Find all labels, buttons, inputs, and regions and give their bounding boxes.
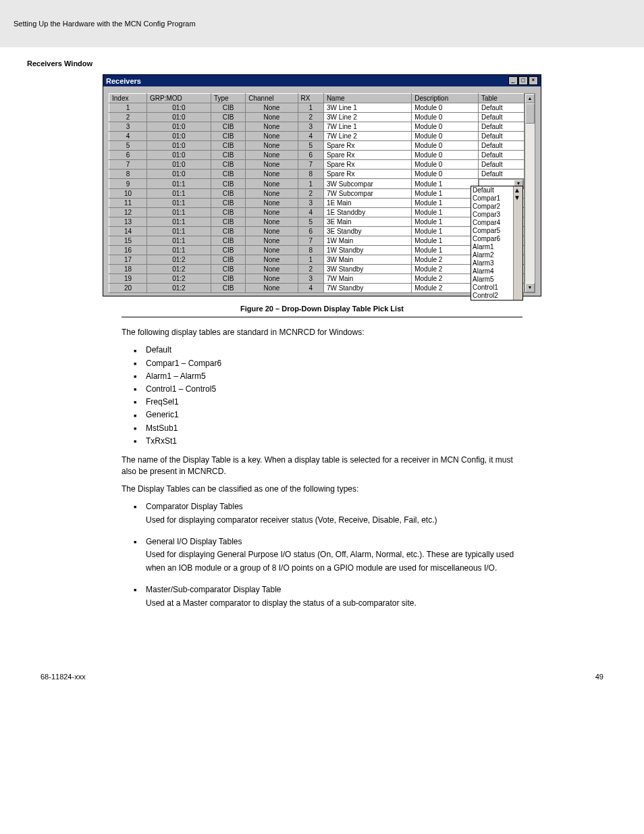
cell-channel[interactable]: None bbox=[246, 103, 298, 113]
cell-description[interactable]: Module 1 bbox=[412, 208, 479, 217]
cell-rx[interactable]: 1 bbox=[298, 255, 323, 265]
minimize-button[interactable]: _ bbox=[508, 76, 518, 85]
cell-description[interactable]: Module 2 bbox=[412, 265, 479, 274]
dropdown-scroll-up[interactable]: ▲ bbox=[514, 186, 522, 194]
dropdown-option[interactable]: Compar3 bbox=[471, 211, 513, 219]
cell-type[interactable]: CIB bbox=[211, 236, 245, 246]
table-row[interactable]: 1901:2CIBNone37W MainModule 2 bbox=[109, 274, 525, 284]
cell-grpmod[interactable]: 01:1 bbox=[146, 236, 211, 246]
dropdown-option[interactable]: Control2 bbox=[471, 292, 513, 300]
cell-name[interactable]: 3E Standby bbox=[323, 227, 411, 236]
cell-channel[interactable]: None bbox=[246, 151, 298, 160]
cell-channel[interactable]: None bbox=[246, 141, 298, 151]
cell-rx[interactable]: 4 bbox=[298, 208, 323, 217]
cell-rx[interactable]: 4 bbox=[298, 132, 323, 141]
cell-index[interactable]: 6 bbox=[109, 151, 147, 160]
cell-rx[interactable]: 5 bbox=[298, 141, 323, 151]
dropdown-option[interactable]: Alarm4 bbox=[471, 267, 513, 276]
cell-description[interactable]: Module 1 bbox=[412, 189, 479, 199]
cell-channel[interactable]: None bbox=[246, 179, 298, 189]
cell-index[interactable]: 11 bbox=[109, 199, 147, 208]
cell-grpmod[interactable]: 01:2 bbox=[146, 255, 211, 265]
table-row[interactable]: 501:0CIBNone5Spare RxModule 0Default bbox=[109, 141, 525, 151]
cell-name[interactable]: Spare Rx bbox=[323, 151, 411, 160]
col-header[interactable]: Channel bbox=[246, 94, 298, 103]
cell-rx[interactable]: 7 bbox=[298, 160, 323, 170]
cell-grpmod[interactable]: 01:0 bbox=[146, 151, 211, 160]
table-row[interactable]: 301:0CIBNone37W Line 1Module 0Default bbox=[109, 122, 525, 132]
cell-index[interactable]: 4 bbox=[109, 132, 147, 141]
cell-channel[interactable]: None bbox=[246, 246, 298, 255]
grid-scrollbar[interactable]: ▲ ▼ bbox=[525, 93, 535, 293]
cell-description[interactable]: Module 0 bbox=[412, 170, 479, 179]
table-row[interactable]: 2001:2CIBNone47W StandbyModule 2 bbox=[109, 284, 525, 293]
cell-grpmod[interactable]: 01:1 bbox=[146, 227, 211, 236]
dropdown-option[interactable]: Default bbox=[471, 186, 513, 194]
table-row[interactable]: 1801:2CIBNone23W StandbyModule 2 bbox=[109, 265, 525, 274]
dropdown-option[interactable]: Alarm2 bbox=[471, 251, 513, 259]
cell-type[interactable]: CIB bbox=[211, 113, 245, 122]
cell-description[interactable]: Module 2 bbox=[412, 284, 479, 293]
cell-type[interactable]: CIB bbox=[211, 208, 245, 217]
cell-channel[interactable]: None bbox=[246, 265, 298, 274]
cell-grpmod[interactable]: 01:1 bbox=[146, 199, 211, 208]
col-header[interactable]: GRP:MOD bbox=[146, 94, 211, 103]
cell-rx[interactable]: 2 bbox=[298, 265, 323, 274]
cell-channel[interactable]: None bbox=[246, 160, 298, 170]
cell-description[interactable]: Module 0 bbox=[412, 151, 479, 160]
cell-type[interactable]: CIB bbox=[211, 160, 245, 170]
cell-grpmod[interactable]: 01:2 bbox=[146, 265, 211, 274]
cell-channel[interactable]: None bbox=[246, 227, 298, 236]
cell-rx[interactable]: 4 bbox=[298, 284, 323, 293]
cell-grpmod[interactable]: 01:0 bbox=[146, 103, 211, 113]
col-header[interactable]: Name bbox=[323, 94, 411, 103]
cell-name[interactable]: 3W Line 1 bbox=[323, 103, 411, 113]
cell-grpmod[interactable]: 01:2 bbox=[146, 284, 211, 293]
cell-rx[interactable]: 6 bbox=[298, 151, 323, 160]
cell-channel[interactable]: None bbox=[246, 284, 298, 293]
cell-type[interactable]: CIB bbox=[211, 199, 245, 208]
cell-rx[interactable]: 1 bbox=[298, 103, 323, 113]
table-dropdown[interactable]: ▲ ▼ DefaultCompar1Compar2Compar3Compar4C… bbox=[471, 186, 523, 301]
cell-type[interactable]: CIB bbox=[211, 227, 245, 236]
cell-description[interactable]: Module 1 bbox=[412, 236, 479, 246]
cell-table[interactable]: Default bbox=[478, 160, 524, 170]
cell-rx[interactable]: 3 bbox=[298, 122, 323, 132]
cell-channel[interactable]: None bbox=[246, 132, 298, 141]
dropdown-option[interactable]: Compar1 bbox=[471, 194, 513, 203]
window-titlebar[interactable]: Receivers _ □ × bbox=[103, 75, 541, 86]
dropdown-option[interactable]: Alarm3 bbox=[471, 259, 513, 267]
cell-type[interactable]: CIB bbox=[211, 246, 245, 255]
cell-grpmod[interactable]: 01:1 bbox=[146, 217, 211, 227]
cell-type[interactable]: CIB bbox=[211, 265, 245, 274]
table-row[interactable]: 901:1CIBNone13W SubcomparModule 1▼ bbox=[109, 179, 525, 189]
cell-grpmod[interactable]: 01:2 bbox=[146, 274, 211, 284]
cell-name[interactable]: Spare Rx bbox=[323, 160, 411, 170]
cell-rx[interactable]: 8 bbox=[298, 170, 323, 179]
dropdown-option[interactable]: Alarm5 bbox=[471, 276, 513, 284]
cell-rx[interactable]: 7 bbox=[298, 236, 323, 246]
scroll-up-button[interactable]: ▲ bbox=[525, 94, 535, 103]
cell-description[interactable]: Module 0 bbox=[412, 103, 479, 113]
table-row[interactable]: 101:0CIBNone13W Line 1Module 0Default bbox=[109, 103, 525, 113]
cell-rx[interactable]: 2 bbox=[298, 189, 323, 199]
cell-index[interactable]: 19 bbox=[109, 274, 147, 284]
cell-index[interactable]: 16 bbox=[109, 246, 147, 255]
cell-description[interactable]: Module 0 bbox=[412, 113, 479, 122]
table-row[interactable]: 801:0CIBNone8Spare RxModule 0Default bbox=[109, 170, 525, 179]
cell-type[interactable]: CIB bbox=[211, 170, 245, 179]
cell-channel[interactable]: None bbox=[246, 122, 298, 132]
cell-type[interactable]: CIB bbox=[211, 122, 245, 132]
cell-channel[interactable]: None bbox=[246, 255, 298, 265]
cell-channel[interactable]: None bbox=[246, 189, 298, 199]
cell-name[interactable]: 7W Line 2 bbox=[323, 132, 411, 141]
dropdown-option[interactable]: Compar4 bbox=[471, 219, 513, 227]
cell-index[interactable]: 17 bbox=[109, 255, 147, 265]
cell-type[interactable]: CIB bbox=[211, 141, 245, 151]
col-header[interactable]: Type bbox=[211, 94, 245, 103]
dropdown-option[interactable]: Compar6 bbox=[471, 235, 513, 243]
table-row[interactable]: 1101:1CIBNone31E MainModule 1 bbox=[109, 199, 525, 208]
cell-rx[interactable]: 3 bbox=[298, 274, 323, 284]
cell-grpmod[interactable]: 01:0 bbox=[146, 122, 211, 132]
cell-type[interactable]: CIB bbox=[211, 217, 245, 227]
